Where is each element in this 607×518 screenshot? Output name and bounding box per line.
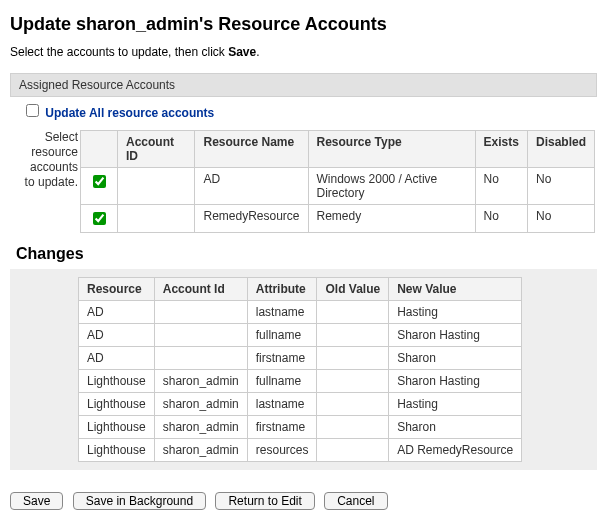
resource-type-cell: Windows 2000 / Active Directory <box>308 168 475 205</box>
resource-name-cell: AD <box>195 168 308 205</box>
change-old-value-cell <box>317 439 389 462</box>
change-resource-cell: AD <box>79 324 155 347</box>
update-all-label[interactable]: Update All resource accounts <box>45 106 214 120</box>
change-account-id-cell: sharon_admin <box>154 416 247 439</box>
account-row-checkbox[interactable] <box>93 175 106 188</box>
change-resource-cell: AD <box>79 301 155 324</box>
change-account-id-cell <box>154 324 247 347</box>
change-new-value-cell: Hasting <box>389 301 522 324</box>
account-id-cell <box>118 205 195 233</box>
accounts-th-disabled: Disabled <box>527 131 594 168</box>
change-attribute-cell: lastname <box>247 393 317 416</box>
change-account-id-cell: sharon_admin <box>154 439 247 462</box>
save-in-background-button[interactable]: Save in Background <box>73 492 206 510</box>
change-new-value-cell: Sharon Hasting <box>389 324 522 347</box>
change-new-value-cell: Hasting <box>389 393 522 416</box>
save-button[interactable]: Save <box>10 492 63 510</box>
change-old-value-cell <box>317 347 389 370</box>
instruction-suffix: . <box>256 45 259 59</box>
change-new-value-cell: Sharon <box>389 416 522 439</box>
accounts-th-resource-type: Resource Type <box>308 131 475 168</box>
cancel-button[interactable]: Cancel <box>324 492 387 510</box>
instruction-prefix: Select the accounts to update, then clic… <box>10 45 228 59</box>
changes-th-attribute: Attribute <box>247 278 317 301</box>
change-resource-cell: Lighthouse <box>79 393 155 416</box>
change-attribute-cell: fullname <box>247 324 317 347</box>
change-old-value-cell <box>317 324 389 347</box>
accounts-th-exists: Exists <box>475 131 527 168</box>
disabled-cell: No <box>527 205 594 233</box>
change-old-value-cell <box>317 393 389 416</box>
change-account-id-cell: sharon_admin <box>154 370 247 393</box>
changes-th-account-id: Account Id <box>154 278 247 301</box>
changes-th-new-value: New Value <box>389 278 522 301</box>
page-title: Update sharon_admin's Resource Accounts <box>10 14 597 35</box>
table-row: Lighthousesharon_adminresources AD Remed… <box>79 439 522 462</box>
table-row: AD fullname Sharon Hasting <box>79 324 522 347</box>
table-row: AD firstname Sharon <box>79 347 522 370</box>
instruction-text: Select the accounts to update, then clic… <box>10 45 597 59</box>
table-row: ADWindows 2000 / Active DirectoryNoNo <box>81 168 595 205</box>
change-resource-cell: Lighthouse <box>79 439 155 462</box>
change-attribute-cell: firstname <box>247 347 317 370</box>
account-id-cell <box>118 168 195 205</box>
change-account-id-cell: sharon_admin <box>154 393 247 416</box>
changes-heading: Changes <box>16 245 597 263</box>
update-all-checkbox[interactable] <box>26 104 39 117</box>
select-accounts-label: Select resource accounts to update. <box>18 130 78 190</box>
table-row: AD lastname Hasting <box>79 301 522 324</box>
change-resource-cell: AD <box>79 347 155 370</box>
exists-cell: No <box>475 205 527 233</box>
change-resource-cell: Lighthouse <box>79 370 155 393</box>
change-account-id-cell <box>154 347 247 370</box>
instruction-bold: Save <box>228 45 256 59</box>
accounts-th-resource-name: Resource Name <box>195 131 308 168</box>
change-attribute-cell: fullname <box>247 370 317 393</box>
change-resource-cell: Lighthouse <box>79 416 155 439</box>
changes-table: Resource Account Id Attribute Old Value … <box>78 277 522 462</box>
resource-name-cell: RemedyResource <box>195 205 308 233</box>
change-old-value-cell <box>317 370 389 393</box>
table-row: Lighthousesharon_adminlastname Hasting <box>79 393 522 416</box>
changes-th-old-value: Old Value <box>317 278 389 301</box>
change-account-id-cell <box>154 301 247 324</box>
change-new-value-cell: AD RemedyResource <box>389 439 522 462</box>
change-attribute-cell: firstname <box>247 416 317 439</box>
return-to-edit-button[interactable]: Return to Edit <box>215 492 314 510</box>
disabled-cell: No <box>527 168 594 205</box>
accounts-th-account-id: Account ID <box>118 131 195 168</box>
change-old-value-cell <box>317 301 389 324</box>
accounts-table: Account ID Resource Name Resource Type E… <box>80 130 595 233</box>
change-new-value-cell: Sharon Hasting <box>389 370 522 393</box>
table-row: Lighthousesharon_adminfullname Sharon Ha… <box>79 370 522 393</box>
assigned-accounts-header: Assigned Resource Accounts <box>10 73 597 97</box>
table-row: RemedyResourceRemedyNoNo <box>81 205 595 233</box>
change-attribute-cell: lastname <box>247 301 317 324</box>
exists-cell: No <box>475 168 527 205</box>
changes-th-resource: Resource <box>79 278 155 301</box>
change-attribute-cell: resources <box>247 439 317 462</box>
resource-type-cell: Remedy <box>308 205 475 233</box>
change-old-value-cell <box>317 416 389 439</box>
account-row-checkbox[interactable] <box>93 212 106 225</box>
change-new-value-cell: Sharon <box>389 347 522 370</box>
table-row: Lighthousesharon_adminfirstname Sharon <box>79 416 522 439</box>
